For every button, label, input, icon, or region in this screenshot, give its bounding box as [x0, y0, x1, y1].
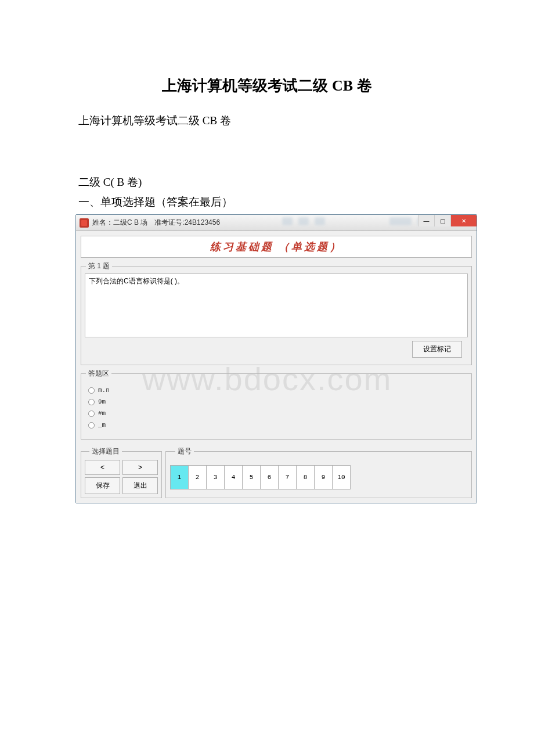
- titlebar-blur-decor: [282, 217, 325, 225]
- next-button[interactable]: >: [122, 460, 158, 475]
- application-window: 姓名：二级C B 场 准考证号:24B123456 — ▢ ✕ 练习基础题 （单…: [75, 214, 477, 503]
- option-label: 9m: [98, 398, 106, 405]
- question-number-cell[interactable]: 6: [260, 465, 279, 489]
- titlebar-exam-id: 准考证号:24B123456: [154, 218, 220, 228]
- save-button[interactable]: 保存: [85, 477, 120, 494]
- answer-option[interactable]: #m: [88, 410, 464, 417]
- answers-legend: 答题区: [86, 369, 111, 379]
- select-legend: 选择题目: [89, 447, 122, 456]
- select-question-fieldset: 选择题目 < > 保存 退出: [81, 447, 162, 498]
- question-number-cell[interactable]: 4: [224, 465, 243, 489]
- exit-button[interactable]: 退出: [122, 477, 158, 494]
- radio-icon: [88, 399, 95, 405]
- question-number-cell[interactable]: 3: [206, 465, 225, 489]
- question-number-cell[interactable]: 5: [242, 465, 261, 489]
- section-label-2: 一、单项选择题（答案在最后）: [78, 195, 534, 210]
- question-number-cell[interactable]: 8: [296, 465, 315, 489]
- question-number-cell[interactable]: 7: [278, 465, 297, 489]
- radio-icon: [88, 422, 95, 429]
- question-number-cell[interactable]: 9: [314, 465, 333, 489]
- question-text: 下列合法的C语言标识符是( )。: [85, 273, 468, 337]
- answers-fieldset: 答题区 m.n 9m #m _m: [81, 369, 472, 440]
- radio-icon: [88, 411, 95, 417]
- bottom-navigation-row: 选择题目 < > 保存 退出 题号 12345678910: [81, 443, 472, 498]
- window-titlebar: 姓名：二级C B 场 准考证号:24B123456 — ▢ ✕: [76, 215, 477, 231]
- radio-icon: [88, 387, 95, 394]
- question-numbers-fieldset: 题号 12345678910: [165, 447, 472, 498]
- answer-option[interactable]: 9m: [88, 398, 464, 405]
- option-label: m.n: [98, 387, 110, 394]
- document-subtitle: 上海计算机等级考试二级 CB 卷: [78, 113, 534, 128]
- question-number-cell[interactable]: 1: [170, 465, 189, 489]
- close-button[interactable]: ✕: [450, 215, 477, 226]
- numbers-legend: 题号: [175, 447, 194, 456]
- question-legend: 第 1 题: [86, 261, 112, 271]
- app-body: 练习基础题 （单选题） 第 1 题 下列合法的C语言标识符是( )。 设置标记 …: [76, 231, 477, 503]
- option-label: #m: [98, 410, 106, 417]
- panel-heading: 练习基础题 （单选题）: [81, 236, 472, 258]
- document-title: 上海计算机等级考试二级 CB 卷: [0, 75, 534, 96]
- window-controls: — ▢ ✕: [418, 215, 477, 226]
- titlebar-name: 姓名：二级C B 场: [92, 218, 147, 228]
- answer-option[interactable]: _m: [88, 422, 464, 429]
- option-label: _m: [98, 422, 106, 429]
- app-icon: [80, 218, 89, 228]
- prev-button[interactable]: <: [85, 460, 120, 475]
- section-label-1: 二级 C( B 卷): [78, 175, 534, 190]
- question-number-grid: 12345678910: [171, 465, 351, 489]
- answer-option[interactable]: m.n: [88, 387, 464, 394]
- maximize-button[interactable]: ▢: [434, 215, 450, 226]
- question-number-cell[interactable]: 10: [332, 465, 351, 489]
- question-fieldset: 第 1 题 下列合法的C语言标识符是( )。 设置标记: [81, 261, 472, 365]
- set-mark-button[interactable]: 设置标记: [412, 341, 462, 358]
- question-number-cell[interactable]: 2: [188, 465, 207, 489]
- minimize-button[interactable]: —: [418, 215, 434, 226]
